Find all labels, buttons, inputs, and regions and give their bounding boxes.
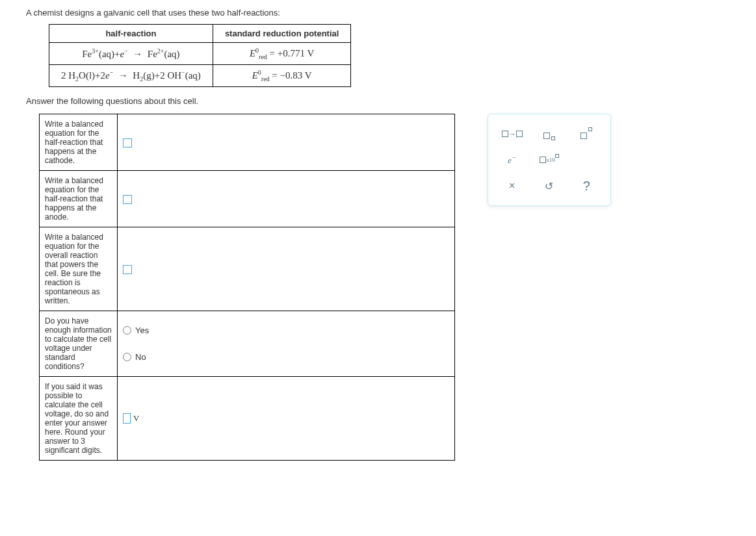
enough-input-cell: Yes No [118, 311, 455, 377]
tool-x10[interactable]: x10 [536, 151, 562, 169]
box-icon [555, 154, 559, 158]
voltage-input[interactable] [123, 413, 131, 424]
radio-no-label: No [135, 352, 146, 362]
arrow-icon: → [508, 129, 516, 139]
overall-label: Write a balanced equation for the overal… [40, 227, 118, 311]
tool-superscript[interactable] [573, 125, 599, 143]
tool-reaction-arrow[interactable]: → [499, 125, 525, 143]
radio-no[interactable] [123, 353, 131, 361]
col-half-reaction: half-reaction [49, 25, 213, 43]
radio-yes[interactable] [123, 326, 131, 335]
cathode-input-placeholder[interactable] [123, 138, 132, 147]
voltage-input-cell[interactable]: V [118, 377, 455, 461]
problem-prompt: A chemist designs a galvanic cell that u… [26, 8, 730, 18]
potential-1: E0red = +0.771 V [213, 43, 351, 65]
box-icon [516, 131, 523, 137]
anode-input-cell[interactable] [118, 171, 455, 227]
x10-label: x10 [546, 157, 555, 163]
help-button[interactable]: ? [577, 177, 596, 194]
box-icon [502, 131, 508, 137]
electron-icon: e− [508, 153, 516, 166]
enough-label: Do you have enough information to calcul… [40, 311, 118, 377]
overall-input-cell[interactable] [118, 227, 455, 311]
tool-subscript[interactable] [536, 125, 562, 143]
radio-yes-label: Yes [135, 325, 149, 335]
box-icon [540, 157, 546, 163]
reaction-1: Fe3+(aq)+e− → Fe2+(aq) [49, 43, 213, 65]
tool-blank [573, 151, 599, 169]
reset-button[interactable]: ↺ [540, 177, 559, 194]
questions-table: Write a balanced equation for the half-r… [39, 114, 455, 461]
potential-2: E0red = −0.83 V [213, 65, 351, 87]
col-potential: standard reduction potential [213, 25, 351, 43]
subprompt: Answer the following questions about thi… [26, 96, 730, 106]
voltage-label: If you said it was possible to calculate… [40, 377, 118, 461]
tool-electron[interactable]: e− [499, 151, 525, 169]
reaction-2: 2 H2O(l)+2e− → H2(g)+2 OH−(aq) [49, 65, 213, 87]
cathode-input-cell[interactable] [118, 114, 455, 171]
half-reactions-table: half-reaction standard reduction potenti… [49, 24, 351, 87]
anode-label: Write a balanced equation for the half-r… [40, 171, 118, 227]
cathode-label: Write a balanced equation for the half-r… [40, 114, 118, 171]
voltage-unit: V [133, 413, 139, 424]
equation-toolbox: → e− x10 × ↺ ? [488, 114, 611, 206]
anode-input-placeholder[interactable] [123, 195, 132, 204]
clear-button[interactable]: × [502, 177, 522, 194]
overall-input-placeholder[interactable] [123, 265, 132, 274]
